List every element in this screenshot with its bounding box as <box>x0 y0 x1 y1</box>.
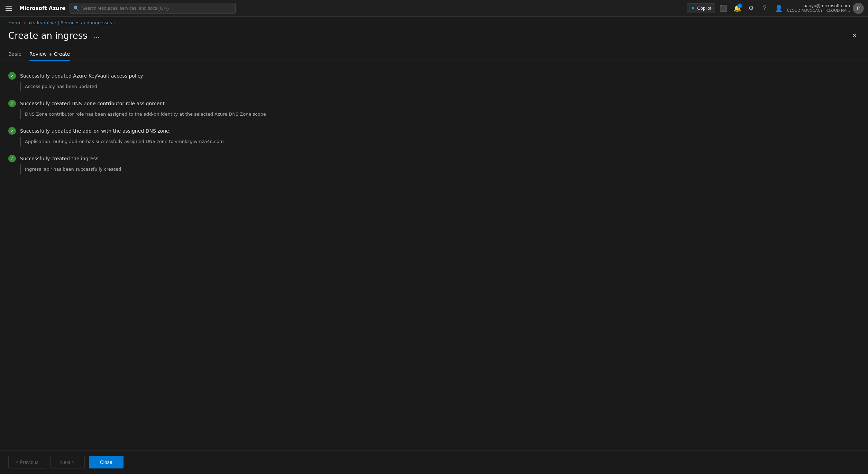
tab-review-create[interactable]: Review + Create <box>29 48 70 61</box>
main-content: ✓ Successfully updated Azure KeyVault ac… <box>0 61 868 450</box>
status-item-dns-zone: ✓ Successfully created DNS Zone contribu… <box>8 100 860 119</box>
search-bar: 🔍 <box>70 3 236 14</box>
next-button[interactable]: Next > <box>50 456 85 468</box>
check-icon-ingress: ✓ <box>8 155 16 162</box>
nav-actions: ✦ Copilot ⬛ 🔔 5 ⚙ ? 👤 pauyu@microsoft.co… <box>687 3 864 14</box>
help-icon: ? <box>763 5 767 12</box>
status-list: ✓ Successfully updated Azure KeyVault ac… <box>8 72 860 174</box>
search-input[interactable] <box>82 6 232 11</box>
status-detail-keyvault: Access policy has been updated <box>25 83 860 90</box>
terminal-icon: ⬛ <box>720 5 727 12</box>
hamburger-menu-button[interactable] <box>4 3 15 14</box>
previous-button[interactable]: < Previous <box>8 456 46 468</box>
status-detail-ingress: Ingress 'api' has been successfully crea… <box>25 166 860 173</box>
more-options-button[interactable]: ... <box>92 31 102 41</box>
hamburger-icon <box>6 4 14 12</box>
status-detail-dns-zone: DNS Zone contributor role has been assig… <box>25 111 860 118</box>
status-item-keyvault: ✓ Successfully updated Azure KeyVault ac… <box>8 72 860 91</box>
status-item-dns-assign: ✓ Successfully updated the add-on with t… <box>8 127 860 146</box>
settings-button[interactable]: ⚙ <box>746 3 757 14</box>
copilot-label: Copilot <box>697 6 711 11</box>
avatar: P <box>853 3 864 14</box>
gear-icon: ⚙ <box>748 5 754 12</box>
copilot-button[interactable]: ✦ Copilot <box>687 3 715 13</box>
status-detail-dns-assign: Application routing add-on has successfu… <box>25 138 860 145</box>
user-tenant: CLOUD ADVOCACY - CLOUD NA... <box>787 8 850 13</box>
tab-basic[interactable]: Basic <box>8 48 21 61</box>
user-area[interactable]: pauyu@microsoft.com CLOUD ADVOCACY - CLO… <box>787 3 864 14</box>
breadcrumb-parent[interactable]: aks-learnlive | Services and ingresses <box>28 20 112 25</box>
status-title-dns-zone: Successfully created DNS Zone contributo… <box>20 101 165 106</box>
breadcrumb-separator-2: › <box>114 20 116 25</box>
check-icon-keyvault: ✓ <box>8 72 16 80</box>
help-button[interactable]: ? <box>759 3 770 14</box>
tab-bar: Basic Review + Create <box>0 41 868 61</box>
feedback-icon: 👤 <box>775 5 783 12</box>
page-header: Create an ingress ... ✕ <box>0 27 868 41</box>
breadcrumb: Home › aks-learnlive | Services and ingr… <box>0 17 868 27</box>
copilot-icon: ✦ <box>691 5 695 11</box>
footer: < Previous Next > Close <box>0 450 868 474</box>
status-title-ingress: Successfully created the ingress <box>20 156 98 161</box>
status-title-dns-assign: Successfully updated the add-on with the… <box>20 128 171 134</box>
close-panel-button[interactable]: ✕ <box>849 30 860 41</box>
notification-badge: 5 <box>737 3 742 8</box>
breadcrumb-separator-1: › <box>24 20 25 25</box>
check-icon-dns-assign: ✓ <box>8 127 16 135</box>
page-title: Create an ingress <box>8 30 88 41</box>
terminal-button[interactable]: ⬛ <box>718 3 729 14</box>
feedback-button[interactable]: 👤 <box>773 3 784 14</box>
check-icon-dns-zone: ✓ <box>8 100 16 107</box>
notifications-button[interactable]: 🔔 5 <box>732 3 743 14</box>
breadcrumb-home[interactable]: Home <box>8 20 21 25</box>
search-icon: 🔍 <box>73 6 79 11</box>
status-item-ingress: ✓ Successfully created the ingress Ingre… <box>8 155 860 174</box>
user-email: pauyu@microsoft.com <box>787 3 850 8</box>
close-button[interactable]: Close <box>89 456 124 468</box>
top-navigation: Microsoft Azure 🔍 ✦ Copilot ⬛ 🔔 5 ⚙ ? 👤 <box>0 0 868 17</box>
status-title-keyvault: Successfully updated Azure KeyVault acce… <box>20 73 143 79</box>
brand-title: Microsoft Azure <box>19 5 65 11</box>
